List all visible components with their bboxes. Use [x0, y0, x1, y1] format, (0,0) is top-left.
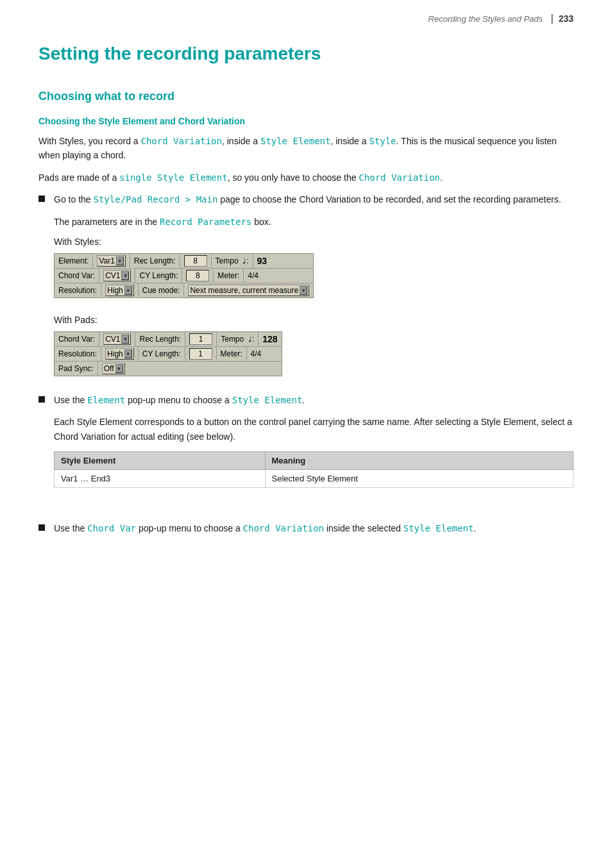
meter-value: 4/4	[244, 269, 262, 283]
resolution-value[interactable]: High ▼	[101, 283, 139, 297]
highlight-style: Style	[369, 136, 396, 146]
cue-mode-value[interactable]: Next measure, current measure ▼	[184, 283, 313, 297]
pads-tempo-value: 128	[259, 332, 281, 346]
resolution-val-text: High	[107, 286, 123, 295]
bullet3-text: Use the Chord Var pop-up menu to choose …	[54, 521, 574, 535]
bullet1-text: Go to the Style/Pad Record > Main page t…	[54, 192, 574, 206]
col-header-style-element: Style Element	[55, 452, 266, 470]
chord-var-label: Chord Var:	[55, 269, 99, 283]
bullet-square-3	[38, 524, 45, 531]
meaning-val: Selected Style Element	[265, 470, 573, 488]
pads-tempo-val: 128	[262, 334, 277, 344]
pads-rec-length-val: 1	[189, 333, 212, 345]
pads-cy-length-value: 1	[185, 347, 217, 361]
highlight-chord-var-menu: Chord Var	[87, 523, 136, 533]
cy-length-value: 8	[182, 269, 214, 283]
pad-sync-value[interactable]: Off ▼	[98, 362, 129, 376]
bullet-content-1: Go to the Style/Pad Record > Main page t…	[54, 192, 574, 383]
resolution-dropdown[interactable]: High ▼	[105, 285, 134, 296]
highlight-chord-var: Chord Variation	[359, 172, 439, 183]
pad-sync-val-text: Off	[104, 364, 114, 373]
resolution-label: Resolution:	[55, 283, 101, 297]
bullet2-para: Each Style Element corresponds to a butt…	[54, 415, 574, 444]
pad-sync-arrow[interactable]: ▼	[115, 364, 123, 373]
element-label: Element:	[55, 254, 93, 268]
pads-row-3: Pad Sync: Off ▼	[55, 362, 282, 376]
page-number: 233	[559, 13, 574, 24]
section-choosing: Choosing what to record Choosing the Sty…	[38, 90, 574, 544]
pads-row-2: Resolution: High ▼ CY Length: 1 Meter: 4…	[55, 347, 282, 362]
pads-rec-length-label: Rec Length:	[135, 332, 185, 346]
with-styles-label: With Styles:	[54, 237, 574, 247]
highlight-record-params: Record Parameters	[160, 217, 251, 227]
highlight-element-menu: Element	[87, 395, 125, 405]
header-separator: |	[548, 13, 554, 24]
bullet-content-2: Use the Element pop-up menu to choose a …	[54, 393, 574, 501]
pads-resolution-arrow[interactable]: ▼	[124, 349, 132, 358]
element-val-text: Var1	[99, 256, 114, 265]
pads-chord-var-label: Chord Var:	[55, 332, 99, 346]
pads-resolution-val-text: High	[107, 349, 123, 358]
highlight-chord-variation: Chord Variation	[141, 136, 222, 146]
styles-row-2: Chord Var: CV1 ▼ CY Length: 8 Meter: 4/4	[55, 269, 313, 283]
pads-chord-var-val-text: CV1	[105, 335, 120, 344]
pads-row-1: Chord Var: CV1 ▼ Rec Length: 1 Tempo ♩: …	[55, 332, 282, 347]
with-pads-label: With Pads:	[54, 315, 574, 325]
pads-meter-value: 4/4	[247, 347, 266, 361]
cy-length-val: 8	[186, 270, 209, 281]
styles-row-3: Resolution: High ▼ Cue mode: Next me	[55, 283, 313, 297]
pads-tempo-label: Tempo ♩:	[217, 332, 259, 346]
highlight-style-element: Style Element	[260, 136, 331, 146]
tempo-label: Tempo ♩:	[212, 254, 253, 268]
pads-chord-var-arrow[interactable]: ▼	[121, 335, 129, 344]
bullet-square-1	[38, 196, 45, 202]
chord-var-val-text: CV1	[105, 271, 120, 280]
subsection-title: Choosing the Style Element and Chord Var…	[38, 116, 574, 126]
cue-mode-dropdown[interactable]: Next measure, current measure ▼	[188, 285, 309, 296]
pads-chord-var-dropdown[interactable]: CV1 ▼	[103, 333, 131, 345]
element-value[interactable]: Var1 ▼	[93, 254, 130, 268]
pads-resolution-value[interactable]: High ▼	[101, 347, 139, 361]
element-arrow[interactable]: ▼	[116, 256, 124, 265]
bullet1-para-after: The parameters are in the Record Paramet…	[54, 215, 574, 229]
resolution-arrow[interactable]: ▼	[124, 286, 132, 295]
highlight-style-pad-record: Style/Pad Record > Main	[93, 194, 217, 204]
highlight-style-element-3: Style Element	[404, 523, 474, 533]
meter-label: Meter:	[214, 269, 244, 283]
subsection-style-element: Choosing the Style Element and Chord Var…	[38, 116, 574, 544]
styles-param-table: Element: Var1 ▼ Rec Length: 8 Tempo ♩: 9…	[54, 253, 314, 298]
pad-sync-label: Pad Sync:	[55, 362, 98, 376]
table-row-var1-end3: Var1 … End3 Selected Style Element	[55, 470, 574, 488]
rec-length-label: Rec Length:	[130, 254, 180, 268]
bullet-item-3: Use the Chord Var pop-up menu to choose …	[38, 521, 574, 543]
cue-mode-val-text: Next measure, current measure	[190, 286, 298, 295]
chord-var-arrow[interactable]: ▼	[121, 271, 129, 280]
style-element-table: Style Element Meaning Var1 … End3 Select…	[54, 451, 574, 488]
pads-rec-length-value: 1	[185, 332, 217, 346]
pads-param-table: Chord Var: CV1 ▼ Rec Length: 1 Tempo ♩: …	[54, 331, 282, 376]
page-header: Recording the Styles and Pads | 233	[38, 13, 574, 31]
bullet-content-3: Use the Chord Var pop-up menu to choose …	[54, 521, 574, 543]
bullet2-text: Use the Element pop-up menu to choose a …	[54, 393, 574, 407]
style-element-val: Var1 … End3	[55, 470, 266, 488]
bullet-item-2: Use the Element pop-up menu to choose a …	[38, 393, 574, 501]
highlight-single-style-element: single Style Element	[119, 172, 228, 183]
header-title: Recording the Styles and Pads	[429, 14, 543, 24]
tempo-val: 93	[257, 256, 268, 266]
section-title-choosing: Choosing what to record	[38, 90, 574, 103]
element-dropdown[interactable]: Var1 ▼	[97, 255, 125, 267]
pads-meter-label: Meter:	[217, 347, 247, 361]
cue-mode-label: Cue mode:	[139, 283, 185, 297]
styles-row-1: Element: Var1 ▼ Rec Length: 8 Tempo ♩: 9…	[55, 254, 313, 269]
rec-length-value: 8	[180, 254, 212, 268]
chord-var-dropdown[interactable]: CV1 ▼	[103, 270, 131, 281]
pads-resolution-label: Resolution:	[55, 347, 101, 361]
bullet-item-1: Go to the Style/Pad Record > Main page t…	[38, 192, 574, 383]
pads-cy-length-label: CY Length:	[139, 347, 185, 361]
cue-mode-arrow[interactable]: ▼	[300, 286, 307, 295]
pads-chord-var-value[interactable]: CV1 ▼	[99, 332, 135, 346]
chord-var-value[interactable]: CV1 ▼	[99, 269, 135, 283]
pad-sync-dropdown[interactable]: Off ▼	[102, 363, 125, 374]
pads-resolution-dropdown[interactable]: High ▼	[105, 348, 134, 360]
bullet-square-2	[38, 396, 45, 403]
